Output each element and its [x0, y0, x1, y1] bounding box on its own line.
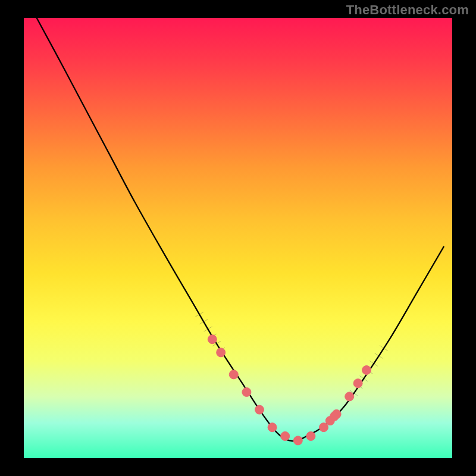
plot-area — [24, 18, 452, 458]
highlight-dot — [362, 366, 371, 375]
bottleneck-curve — [37, 18, 444, 441]
highlight-dot — [330, 412, 339, 421]
highlight-dots — [208, 335, 371, 445]
chart-frame: TheBottleneck.com — [0, 0, 476, 476]
highlight-dot — [293, 436, 302, 445]
highlight-dot — [268, 423, 277, 432]
highlight-dot — [320, 423, 328, 432]
curve-layer — [24, 18, 452, 458]
highlight-dot — [281, 432, 290, 441]
highlight-dot — [208, 335, 217, 344]
highlight-dot — [242, 388, 251, 397]
highlight-dot — [353, 379, 362, 388]
watermark-text: TheBottleneck.com — [346, 2, 469, 18]
highlight-dot — [255, 405, 264, 414]
highlight-dot — [229, 370, 238, 379]
highlight-dot — [306, 432, 315, 441]
highlight-dot — [345, 392, 354, 401]
highlight-dot — [217, 348, 226, 357]
